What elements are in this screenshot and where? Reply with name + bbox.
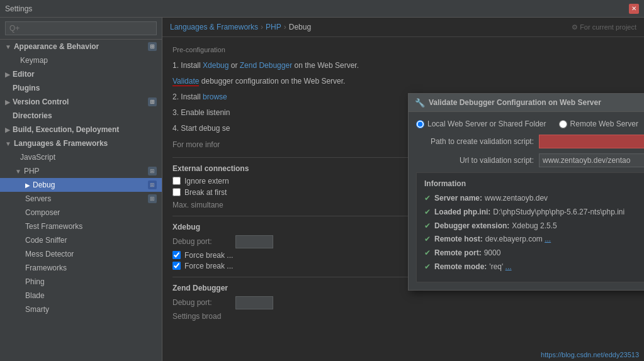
badge-icon: ⊞ <box>148 97 157 106</box>
path-label: Path to create validation script: <box>416 137 539 146</box>
dialog-body: Local Web Server or Shared Folder Remote… <box>409 112 644 290</box>
sidebar-item-debug[interactable]: ▶ Debug ⊞ <box>0 178 162 192</box>
breadcrumb-sep1: › <box>261 23 263 31</box>
path-row: Path to create validation script: www ▾ … <box>416 135 644 148</box>
zend-port-input[interactable] <box>235 296 273 309</box>
pre-config-title: Pre-configuration <box>172 45 634 56</box>
url-label: Url to validation script: <box>416 156 539 165</box>
dialog-title-bar: 🔧 Validate Debugger Configuration on Web… <box>409 94 644 112</box>
arrow-icon: ▼ <box>15 168 21 175</box>
url-row: Url to validation script: <box>416 153 644 167</box>
sidebar-item-frameworks[interactable]: Frameworks <box>0 261 162 275</box>
remote-mode-link[interactable]: ... <box>506 262 512 271</box>
sidebar-item-version-control[interactable]: ▶ Version Control ⊞ <box>0 95 162 109</box>
info-val-4: 9000 <box>484 248 501 258</box>
url-input-group <box>539 153 644 167</box>
arrow-icon: ▶ <box>5 126 10 133</box>
xdebug-port-label: Debug port: <box>172 237 235 246</box>
sidebar-item-servers[interactable]: Servers ⊞ <box>0 192 162 206</box>
xdebug-port-input[interactable] <box>235 235 273 248</box>
break-at-first-checkbox[interactable] <box>172 188 181 196</box>
zend-link[interactable]: Zend Debugger <box>240 61 292 70</box>
info-row-0: ✔ Server name: www.zentaoyb.dev <box>424 193 644 204</box>
info-row-2: ✔ Debugger extension: Xdebug 2.5.5 <box>424 221 644 231</box>
sidebar-item-smarty[interactable]: Smarty <box>0 303 162 316</box>
pre-config-step1: 1. Install Xdebug or Zend Debugger on th… <box>172 60 634 72</box>
break-at-first-label: Break at first <box>184 188 227 197</box>
breadcrumb-sep2: › <box>284 23 286 31</box>
sidebar-item-javascript[interactable]: JavaScript <box>0 150 162 164</box>
sidebar: ▼ Appearance & Behavior ⊞ Keymap ▶ Edito… <box>0 18 162 361</box>
sidebar-item-phing[interactable]: Phing <box>0 275 162 289</box>
local-radio[interactable] <box>416 120 424 128</box>
arrow-icon: ▶ <box>25 182 30 189</box>
check-icon-3: ✔ <box>424 234 431 245</box>
project-badge: ⚙ For current project <box>572 23 636 31</box>
check-icon-0: ✔ <box>424 193 431 204</box>
ignore-external-checkbox[interactable] <box>172 177 181 185</box>
info-row-4: ✔ Remote port: 9000 <box>424 248 644 258</box>
dialog-icon: 🔧 <box>415 98 425 108</box>
info-row-3: ✔ Remote host: dev.ebayerp.com ... <box>424 234 644 245</box>
zend-port-row: Debug port: <box>172 296 634 309</box>
search-bar <box>0 18 162 40</box>
sidebar-item-blade[interactable]: Blade <box>0 289 162 303</box>
sidebar-item-directories[interactable]: Directories <box>0 109 162 123</box>
breadcrumb-part1[interactable]: Languages & Frameworks <box>170 23 258 31</box>
validate-dialog: 🔧 Validate Debugger Configuration on Web… <box>408 93 644 291</box>
force-break2-label: Force break ... <box>184 262 233 270</box>
radio-row: Local Web Server or Shared Folder Remote… <box>416 119 644 128</box>
dialog-title: Validate Debugger Configuration on Web S… <box>429 98 644 107</box>
arrow-icon: ▼ <box>5 43 11 50</box>
info-key-5: Remote mode: <box>434 262 487 272</box>
check-icon-1: ✔ <box>424 207 431 218</box>
arrow-icon: ▶ <box>5 99 10 106</box>
ignore-external-label: Ignore extern <box>184 177 229 186</box>
path-input[interactable] <box>539 135 644 148</box>
breadcrumb-part2[interactable]: PHP <box>266 23 281 31</box>
footer-url: https://blog.csdn.net/eddy23513 <box>541 351 639 358</box>
info-key-3: Remote host: <box>434 234 483 245</box>
sidebar-item-test-frameworks[interactable]: Test Frameworks <box>0 219 162 233</box>
info-title: Information <box>424 179 644 188</box>
info-section: Information ✔ Server name: www.zentaoyb.… <box>416 172 644 282</box>
badge-icon: ⊞ <box>148 181 157 189</box>
window-close-button[interactable]: ✕ <box>629 4 639 14</box>
sidebar-item-mess-detector[interactable]: Mess Detector <box>0 247 162 261</box>
remote-radio-label: Remote Web Server <box>570 119 639 128</box>
force-break2-checkbox[interactable] <box>172 262 181 270</box>
remote-host-link[interactable]: ... <box>545 235 551 243</box>
sidebar-item-languages[interactable]: ▼ Languages & Frameworks <box>0 136 162 150</box>
sidebar-item-appearance[interactable]: ▼ Appearance & Behavior ⊞ <box>0 40 162 53</box>
sidebar-item-plugins[interactable]: Plugins <box>0 81 162 95</box>
sidebar-item-php[interactable]: ▼ PHP ⊞ <box>0 164 162 178</box>
arrow-icon: ▶ <box>5 71 10 78</box>
zend-settings-broad: Settings broad <box>172 312 634 321</box>
title-bar: Settings ✕ <box>0 0 644 18</box>
arrow-icon: ▼ <box>5 140 11 147</box>
badge-icon: ⊞ <box>148 42 157 51</box>
pre-config-step-validate: Validate debugger configuration on the W… <box>172 75 634 87</box>
info-key-2: Debugger extension: <box>434 221 509 231</box>
xdebug-link[interactable]: Xdebug <box>203 61 229 70</box>
sidebar-item-composer[interactable]: Composer <box>0 206 162 219</box>
force-break1-checkbox[interactable] <box>172 251 181 259</box>
validate-link[interactable]: Validate <box>172 77 199 86</box>
local-radio-label: Local Web Server or Shared Folder <box>427 119 546 128</box>
info-key-4: Remote port: <box>434 248 482 258</box>
breadcrumb-part3: Debug <box>289 23 311 31</box>
content-area: Languages & Frameworks › PHP › Debug ⚙ F… <box>162 18 644 361</box>
info-val-2: Xdebug 2.5.5 <box>512 221 556 231</box>
sidebar-item-editor[interactable]: ▶ Editor <box>0 67 162 81</box>
path-input-group: www ▾ ... <box>539 135 644 148</box>
sidebar-item-build[interactable]: ▶ Build, Execution, Deployment <box>0 123 162 136</box>
search-input[interactable] <box>5 21 157 35</box>
info-val-0: www.zentaoyb.dev <box>485 193 548 204</box>
browser-link[interactable]: browse <box>203 92 227 101</box>
url-input[interactable] <box>539 153 644 167</box>
remote-radio[interactable] <box>559 120 567 128</box>
sidebar-item-keymap[interactable]: Keymap <box>0 53 162 67</box>
sidebar-item-code-sniffer[interactable]: Code Sniffer <box>0 233 162 247</box>
info-row-5: ✔ Remote mode: 'req' ... <box>424 262 644 272</box>
badge-icon: ⊞ <box>148 194 157 203</box>
